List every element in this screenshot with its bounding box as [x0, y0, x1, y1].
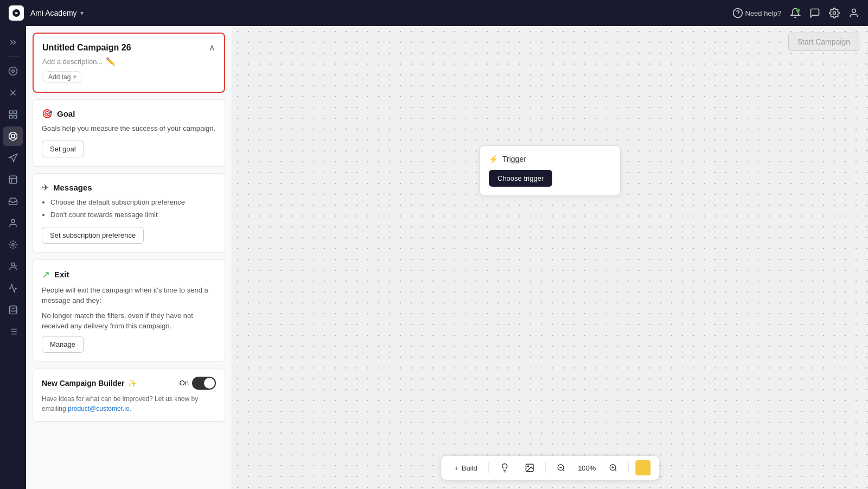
- svg-point-24: [11, 219, 15, 223]
- title-chevron[interactable]: ▾: [80, 9, 84, 17]
- add-tag-button[interactable]: Add tag +: [42, 71, 82, 83]
- new-builder-description: Have ideas for what can be improved? Let…: [42, 394, 216, 414]
- trigger-icon: ⚡: [489, 155, 498, 163]
- icon-sidebar: [0, 26, 26, 489]
- messages-header: ✈ Messages: [42, 182, 216, 193]
- zoom-out-icon: [557, 463, 565, 472]
- campaign-header-top: Untitled Campaign 26 ∧: [42, 42, 215, 53]
- trigger-title: Trigger: [502, 155, 526, 163]
- main-layout: Untitled Campaign 26 ∧ Add a description…: [0, 26, 868, 489]
- goal-header: 🎯 Goal: [42, 109, 216, 119]
- image-icon: [525, 463, 534, 473]
- svg-line-40: [563, 469, 564, 471]
- sidebar-item-data[interactable]: [3, 300, 23, 320]
- svg-point-25: [12, 244, 15, 246]
- new-builder-top: New Campaign Builder ✨ On: [42, 377, 216, 390]
- svg-line-19: [10, 137, 12, 139]
- sidebar-item-reports[interactable]: [3, 105, 23, 124]
- lightbulb-icon: [500, 463, 509, 473]
- sidebar-item-messages[interactable]: [3, 148, 23, 168]
- edit-description-icon[interactable]: ✏️: [106, 57, 115, 66]
- zoom-in-icon: [609, 463, 617, 472]
- expand-sidebar-button[interactable]: [3, 33, 23, 52]
- toolbar-divider-3: [628, 462, 629, 473]
- svg-rect-11: [14, 111, 17, 113]
- sidebar-item-people[interactable]: [3, 213, 23, 233]
- sidebar-item-lists[interactable]: [3, 322, 23, 341]
- image-view-button[interactable]: [520, 461, 539, 475]
- bottom-toolbar: + Build 100%: [441, 455, 660, 480]
- set-goal-button[interactable]: Set goal: [42, 141, 84, 157]
- goal-icon: 🎯: [42, 109, 53, 119]
- chat-icon[interactable]: [809, 8, 820, 18]
- svg-point-4: [833, 12, 836, 15]
- lightbulb-button[interactable]: [495, 461, 514, 475]
- goal-title: Goal: [57, 109, 75, 118]
- zoom-in-button[interactable]: [604, 461, 622, 474]
- toggle-label: On: [180, 379, 189, 387]
- svg-point-15: [11, 135, 15, 138]
- exit-description: People will exit the campaign when it's …: [42, 285, 216, 306]
- new-builder-title: New Campaign Builder ✨: [42, 379, 137, 388]
- zoom-out-button[interactable]: [552, 461, 570, 474]
- app-title: Ami Academy ▾: [30, 9, 84, 17]
- svg-rect-21: [9, 176, 17, 183]
- sidebar-item-attributes[interactable]: [3, 235, 23, 255]
- notification-icon[interactable]: [790, 8, 801, 18]
- messages-icon: ✈: [42, 182, 49, 193]
- settings-icon[interactable]: [829, 8, 840, 18]
- trigger-node-header: ⚡ Trigger: [489, 155, 611, 163]
- messages-list: Choose the default subscription preferen…: [42, 197, 216, 220]
- canvas-area[interactable]: Start Campaign ⚡ Trigger Choose trigger …: [232, 26, 868, 489]
- campaign-title: Untitled Campaign 26: [42, 43, 131, 53]
- svg-line-43: [615, 469, 616, 471]
- sidebar-item-inbox[interactable]: [3, 192, 23, 211]
- toggle-container: On: [180, 377, 216, 390]
- svg-point-6: [9, 67, 17, 75]
- exit-header: ↗ Exit: [42, 269, 216, 281]
- topbar-right: Need help?: [732, 8, 860, 18]
- build-button[interactable]: + Build: [450, 462, 482, 474]
- svg-rect-10: [9, 111, 12, 113]
- sidebar-item-content[interactable]: [3, 170, 23, 189]
- svg-point-7: [12, 70, 15, 73]
- goal-description: Goals help you measure the success of yo…: [42, 123, 216, 134]
- svg-rect-12: [14, 116, 17, 118]
- color-swatch-button[interactable]: [635, 460, 650, 475]
- svg-point-5: [852, 9, 856, 13]
- messages-title: Messages: [53, 183, 92, 192]
- toggle-knob: [204, 378, 215, 389]
- help-button[interactable]: Need help?: [732, 8, 782, 18]
- zoom-level: 100%: [576, 464, 598, 472]
- toolbar-divider-1: [488, 462, 489, 473]
- exit-section: ↗ Exit People will exit the campaign whe…: [33, 259, 225, 362]
- svg-line-17: [14, 137, 16, 139]
- sidebar-item-identity[interactable]: [3, 257, 23, 276]
- svg-point-38: [527, 466, 528, 467]
- new-builder-toggle[interactable]: [192, 377, 216, 390]
- messages-list-item-1: Choose the default subscription preferen…: [50, 197, 216, 208]
- messages-list-item-2: Don't count towards message limit: [50, 209, 216, 220]
- choose-trigger-button[interactable]: Choose trigger: [489, 170, 552, 187]
- new-builder-section: New Campaign Builder ✨ On Have ideas for…: [33, 369, 225, 422]
- trigger-node: ⚡ Trigger Choose trigger: [480, 145, 621, 196]
- manage-exit-button[interactable]: Manage: [42, 336, 84, 353]
- topbar: Ami Academy ▾ Need help?: [0, 0, 868, 26]
- user-icon[interactable]: [848, 8, 859, 18]
- start-campaign-button[interactable]: Start Campaign: [788, 33, 859, 51]
- sidebar-item-close[interactable]: [3, 83, 23, 103]
- app-logo: [9, 5, 24, 21]
- svg-point-28: [9, 306, 17, 309]
- sidebar-item-campaigns[interactable]: [3, 126, 23, 146]
- sidebar-item-dashboard[interactable]: [3, 61, 23, 81]
- campaign-panel: Untitled Campaign 26 ∧ Add a description…: [26, 26, 232, 489]
- campaign-collapse-button[interactable]: ∧: [209, 42, 215, 53]
- toolbar-divider-2: [545, 462, 546, 473]
- sidebar-item-analytics[interactable]: [3, 278, 23, 298]
- goal-section: 🎯 Goal Goals help you measure the succes…: [33, 99, 225, 167]
- campaign-header-card: Untitled Campaign 26 ∧ Add a description…: [33, 33, 225, 93]
- exit-condition: No longer match the filters, even if the…: [42, 310, 216, 332]
- product-email-link[interactable]: product@customer.io: [68, 405, 130, 412]
- set-subscription-preference-button[interactable]: Set subscription preference: [42, 227, 144, 244]
- svg-line-18: [14, 134, 16, 135]
